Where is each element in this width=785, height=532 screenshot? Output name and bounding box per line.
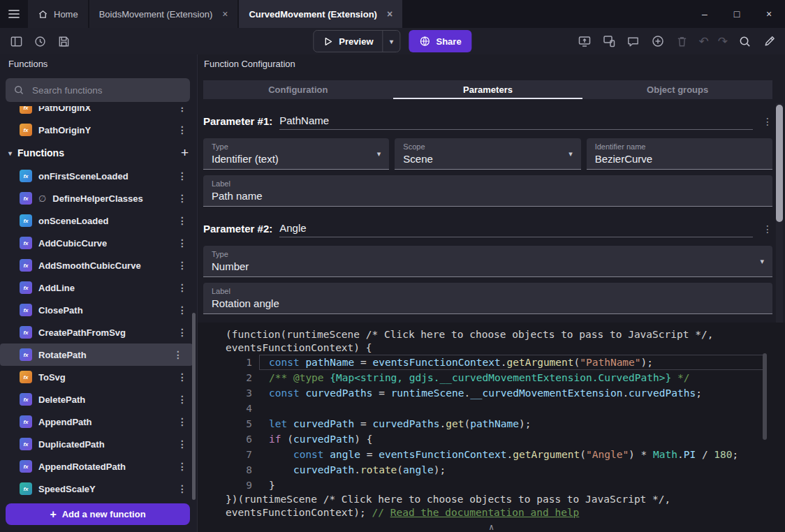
tab-close-icon[interactable]: × [387, 8, 392, 20]
item-menu-icon[interactable]: ⋮ [177, 327, 187, 338]
function-item-speedscaley[interactable]: fxSpeedScaleY⋮ [0, 478, 197, 500]
item-menu-icon[interactable]: ⋮ [177, 124, 187, 135]
code-line-7[interactable]: 7 const angle = eventsFunctionContext.ge… [198, 447, 785, 462]
item-menu-icon[interactable]: ⋮ [177, 483, 187, 494]
item-menu-icon[interactable]: ⋮ [177, 237, 187, 249]
item-menu-icon[interactable]: ⋮ [177, 106, 187, 113]
functions-section-header[interactable]: ▾Functions+ [0, 141, 197, 165]
function-item-appendpath[interactable]: fxAppendPath⋮ [0, 411, 197, 433]
function-item-addline[interactable]: fxAddLine⋮ [0, 276, 197, 299]
line-number: 2 [198, 370, 252, 385]
scrollbar-track[interactable] [776, 103, 783, 323]
field-type[interactable]: TypeNumber▾ [203, 246, 772, 277]
field-identifier-name[interactable]: Identifier nameBezierCurve [587, 138, 772, 170]
item-menu-icon[interactable]: ⋮ [177, 461, 187, 472]
code-line-5[interactable]: 5let curvedPath = curvedPaths.get(pathNa… [198, 416, 785, 431]
code-line-4[interactable]: 4 [198, 401, 785, 416]
field-scope[interactable]: ScopeScene▾ [395, 138, 580, 170]
search-icon[interactable] [737, 34, 752, 49]
field-type[interactable]: TypeIdentifier (text)▾ [203, 138, 389, 170]
parameter-menu-icon[interactable]: ⋮ [763, 223, 772, 237]
tab-configuration[interactable]: Configuration [203, 80, 393, 99]
undo-icon[interactable]: ↶ [699, 36, 709, 47]
item-menu-icon[interactable]: ⋮ [177, 260, 187, 271]
item-menu-icon[interactable]: ⋮ [177, 304, 187, 316]
function-label: SpeedScaleY [38, 484, 96, 494]
layout-panels-icon[interactable] [8, 34, 24, 49]
collapse-caret-icon[interactable]: ▾ [8, 149, 12, 157]
function-item-pathoriginy[interactable]: fxPathOriginY⋮ [0, 119, 197, 141]
theme-icon[interactable] [761, 34, 777, 49]
share-button[interactable]: Share [409, 30, 472, 52]
redo-icon[interactable]: ↷ [718, 36, 728, 47]
field-value: Path name [212, 190, 764, 202]
chevron-down-icon[interactable]: ▾ [377, 149, 381, 158]
item-menu-icon[interactable]: ⋮ [177, 170, 187, 182]
maximize-button[interactable]: □ [721, 0, 753, 28]
title-tab-curvedmovement-extension[interactable]: CurvedMovement (Extension)× [239, 0, 404, 28]
function-item-pathoriginx[interactable]: fxPathOriginX⋮ [0, 106, 197, 119]
editor-scrollbar-thumb[interactable] [763, 353, 767, 440]
title-tab-home[interactable]: Home [28, 0, 89, 28]
close-button[interactable]: × [753, 0, 785, 28]
scrollbar-thumb[interactable] [776, 105, 783, 222]
menu-icon[interactable] [0, 0, 28, 28]
tab-object-groups[interactable]: Object groups [582, 80, 772, 99]
chevron-down-icon[interactable]: ▾ [568, 149, 573, 158]
code-line-6[interactable]: 6if (curvedPath) { [198, 431, 785, 447]
item-menu-icon[interactable]: ⋮ [177, 215, 187, 226]
function-item-rotatepath[interactable]: fxRotatePath⋮ [0, 343, 193, 366]
add-function-icon[interactable]: + [181, 145, 189, 161]
code-editor[interactable]: (function(runtimeScene /* Click here to … [198, 323, 785, 532]
function-item-onfirstsceneloaded[interactable]: fxonFirstSceneLoaded⋮ [0, 165, 197, 187]
search-input[interactable] [31, 84, 182, 96]
collapse-editor-icon[interactable]: ∧ [489, 522, 494, 532]
delete-icon[interactable] [675, 34, 690, 49]
function-item-tosvg[interactable]: fxToSvg⋮ [0, 366, 197, 388]
item-menu-icon[interactable]: ⋮ [177, 416, 187, 427]
item-menu-icon[interactable]: ⋮ [177, 394, 187, 405]
parameter-name-input[interactable]: Angle [279, 222, 753, 237]
search-box[interactable] [6, 78, 190, 102]
code-line-1[interactable]: 1const pathName = eventsFunctionContext.… [198, 355, 785, 370]
function-item-definehelperclasses[interactable]: fx∅DefineHelperClasses⋮ [0, 187, 197, 209]
publish-icon[interactable] [577, 34, 592, 49]
item-menu-icon[interactable]: ⋮ [177, 193, 187, 204]
preview-button[interactable]: Preview ▾ [313, 30, 400, 52]
code-line-3[interactable]: 3const curvedPaths = runtimeScene.__curv… [198, 385, 785, 401]
item-menu-icon[interactable]: ⋮ [177, 371, 187, 383]
item-menu-icon[interactable]: ⋮ [173, 349, 183, 360]
code-line-2[interactable]: 2/** @type {Map<string, gdjs.__curvedMov… [198, 370, 785, 385]
parameter-name-input[interactable]: PathName [279, 114, 753, 130]
sidebar-scrollbar-thumb[interactable] [192, 313, 196, 500]
field-label[interactable]: LabelRotation angle [203, 283, 772, 314]
tab-close-icon[interactable]: × [222, 8, 228, 20]
function-item-addcubiccurve[interactable]: fxAddCubicCurve⋮ [0, 232, 197, 254]
parameter-menu-icon[interactable]: ⋮ [763, 116, 772, 130]
preview-dropdown-icon[interactable]: ▾ [383, 31, 400, 52]
function-item-closepath[interactable]: fxClosePath⋮ [0, 299, 197, 321]
device-preview-icon[interactable] [601, 34, 617, 49]
history-icon[interactable] [32, 34, 47, 49]
chevron-down-icon[interactable]: ▾ [760, 257, 764, 266]
field-label[interactable]: LabelPath name [203, 175, 772, 207]
function-item-onsceneloaded[interactable]: fxonSceneLoaded⋮ [0, 209, 197, 232]
function-item-appendrotatedpath[interactable]: fxAppendRotatedPath⋮ [0, 455, 197, 478]
function-item-duplicatedpath[interactable]: fxDuplicatedPath⋮ [0, 433, 197, 455]
parameter-number-label: Parameter #1: [203, 115, 272, 130]
item-menu-icon[interactable]: ⋮ [177, 438, 187, 450]
function-item-createpathfromsvg[interactable]: fxCreatePathFromSvg⋮ [0, 321, 197, 343]
code-line-8[interactable]: 8 curvedPath.rotate(angle); [198, 462, 785, 478]
title-tab-boidsmovement-extension[interactable]: BoidsMovement (Extension)× [89, 0, 240, 28]
documentation-link[interactable]: Read the documentation and help [390, 507, 580, 518]
code-line-9[interactable]: 9} [198, 478, 785, 493]
minimize-button[interactable]: – [689, 0, 721, 28]
add-circle-icon[interactable] [650, 34, 666, 49]
function-item-addsmoothcubiccurve[interactable]: fxAddSmoothCubicCurve⋮ [0, 254, 197, 276]
save-icon[interactable] [56, 34, 71, 49]
item-menu-icon[interactable]: ⋮ [177, 282, 187, 293]
add-new-function-button[interactable]: + Add a new function [6, 503, 190, 525]
function-item-deletepath[interactable]: fxDeletePath⋮ [0, 388, 197, 411]
tab-parameters[interactable]: Parameters [393, 80, 583, 99]
feedback-icon[interactable] [626, 34, 641, 49]
